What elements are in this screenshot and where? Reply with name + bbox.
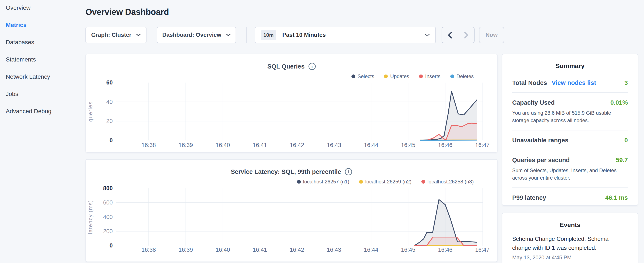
chevron-down-icon [226, 34, 231, 36]
main-area: Overview Dashboard Graph: Cluster Dashbo… [86, 0, 644, 263]
svg-text:200: 200 [103, 228, 113, 234]
chevron-left-icon [448, 32, 452, 39]
svg-text:16:47: 16:47 [475, 247, 490, 253]
sql-queries-card: SQL Queries i SelectsUpdatesInsertsDelet… [86, 54, 498, 153]
summary-row-label: Capacity Used [512, 99, 555, 106]
time-range-badge: 10m [261, 30, 276, 40]
summary-rows: Total Nodes View nodes list 3 Capacity U… [512, 73, 628, 207]
summary-row-description: You are using 28.6 MiB of 515.9 GiB usab… [512, 109, 628, 124]
svg-text:latency (ms): latency (ms) [88, 200, 93, 234]
svg-text:16:46: 16:46 [438, 142, 452, 148]
svg-text:0: 0 [110, 242, 113, 249]
chevron-down-icon [425, 34, 430, 37]
controls-divider [246, 27, 247, 43]
svg-text:60: 60 [106, 79, 113, 86]
svg-text:16:46: 16:46 [438, 247, 452, 253]
time-forward-button[interactable] [458, 27, 474, 43]
time-back-button[interactable] [442, 27, 458, 43]
summary-row-label: Unavailable ranges [512, 137, 568, 144]
svg-text:20: 20 [106, 118, 113, 124]
summary-row-value: 3 [624, 79, 628, 86]
svg-text:16:40: 16:40 [216, 142, 230, 148]
svg-text:16:43: 16:43 [327, 247, 341, 253]
graph-dropdown[interactable]: Graph: Cluster [86, 27, 146, 43]
event-timestamp: May 13, 2020 at 4:45 PM [512, 254, 628, 261]
svg-text:600: 600 [103, 199, 113, 206]
summary-row-capacity-used: Capacity Used 0.01% You are using 28.6 M… [512, 93, 628, 130]
sql-queries-chart: 020406016:3816:3916:4016:4116:4216:4316:… [86, 54, 497, 152]
summary-row-queries-per-second: Queries per second 59.7 Sum of Selects, … [512, 150, 628, 188]
svg-text:16:43: 16:43 [327, 142, 341, 148]
svg-text:16:41: 16:41 [253, 142, 267, 148]
graph-dropdown-label: Graph: Cluster [91, 32, 132, 38]
sidebar-item-advanced-debug[interactable]: Advanced Debug [6, 108, 86, 125]
summary-panel: Summary Total Nodes View nodes list 3 Ca… [502, 54, 638, 206]
event-message: Schema Change Completed: Schema change w… [512, 234, 628, 252]
svg-text:16:42: 16:42 [290, 142, 304, 148]
summary-row-value: 0.01% [610, 99, 628, 106]
summary-row-description: Sum of Selects, Updates, Inserts, and De… [512, 167, 628, 181]
sidebar-item-overview[interactable]: Overview [6, 4, 86, 22]
now-button-label: Now [486, 32, 498, 38]
svg-text:16:39: 16:39 [178, 247, 193, 253]
now-button[interactable]: Now [479, 27, 504, 43]
svg-text:queries: queries [88, 101, 93, 122]
sidebar-item-network-latency[interactable]: Network Latency [6, 73, 86, 90]
controls-bar: Graph: Cluster Dashboard: Overview 10m P… [86, 27, 644, 43]
time-range-select[interactable]: 10m Past 10 Minutes [255, 27, 436, 43]
dashboard-dropdown[interactable]: Dashboard: Overview [157, 27, 236, 43]
page-title: Overview Dashboard [86, 7, 644, 17]
svg-text:16:45: 16:45 [401, 142, 416, 148]
summary-title: Summary [512, 54, 628, 70]
svg-text:16:39: 16:39 [178, 142, 193, 148]
events-title: Events [512, 213, 628, 228]
time-step-buttons [442, 27, 474, 43]
summary-row-value: 0 [624, 137, 628, 144]
svg-text:16:44: 16:44 [364, 247, 378, 253]
summary-row-p99-latency: P99 latency 46.1 ms [512, 188, 628, 207]
summary-row-total-nodes: Total Nodes View nodes list 3 [512, 73, 628, 93]
svg-text:16:47: 16:47 [475, 142, 490, 148]
event-item: Schema Change Completed: Schema change w… [512, 234, 628, 261]
sidebar-item-databases[interactable]: Databases [6, 39, 86, 56]
svg-text:0: 0 [110, 137, 113, 144]
sidebar-item-statements[interactable]: Statements [6, 56, 86, 73]
sidebar-item-metrics[interactable]: Metrics [6, 22, 86, 39]
svg-text:400: 400 [103, 214, 113, 220]
summary-row-unavailable-ranges: Unavailable ranges 0 [512, 130, 628, 150]
service-latency-card: Service Latency: SQL, 99th percentile i … [86, 159, 498, 262]
view-nodes-list-link[interactable]: View nodes list [552, 79, 596, 86]
service-latency-chart: 020040060080016:3816:3916:4016:4116:4216… [86, 160, 497, 261]
time-range-label: Past 10 Minutes [282, 32, 425, 38]
sidebar: OverviewMetricsDatabasesStatementsNetwor… [0, 0, 86, 263]
sidebar-item-jobs[interactable]: Jobs [6, 90, 86, 108]
summary-row-value: 46.1 ms [605, 194, 628, 201]
svg-text:800: 800 [103, 185, 113, 191]
chevron-down-icon [136, 34, 141, 36]
chevron-right-icon [464, 32, 468, 39]
summary-row-label: P99 latency [512, 194, 546, 201]
dashboard-dropdown-label: Dashboard: Overview [162, 32, 221, 38]
events-panel: Events Schema Change Completed: Schema c… [502, 213, 638, 263]
svg-text:16:38: 16:38 [142, 142, 156, 148]
summary-row-label: Queries per second [512, 157, 570, 164]
svg-text:16:38: 16:38 [142, 247, 156, 253]
svg-text:16:45: 16:45 [401, 247, 416, 253]
svg-text:16:42: 16:42 [290, 247, 304, 253]
svg-text:16:41: 16:41 [253, 247, 267, 253]
summary-row-label: Total Nodes [512, 79, 547, 86]
svg-text:16:40: 16:40 [216, 247, 230, 253]
summary-row-value: 59.7 [616, 157, 628, 164]
svg-text:16:44: 16:44 [364, 142, 378, 148]
svg-text:40: 40 [106, 99, 113, 105]
